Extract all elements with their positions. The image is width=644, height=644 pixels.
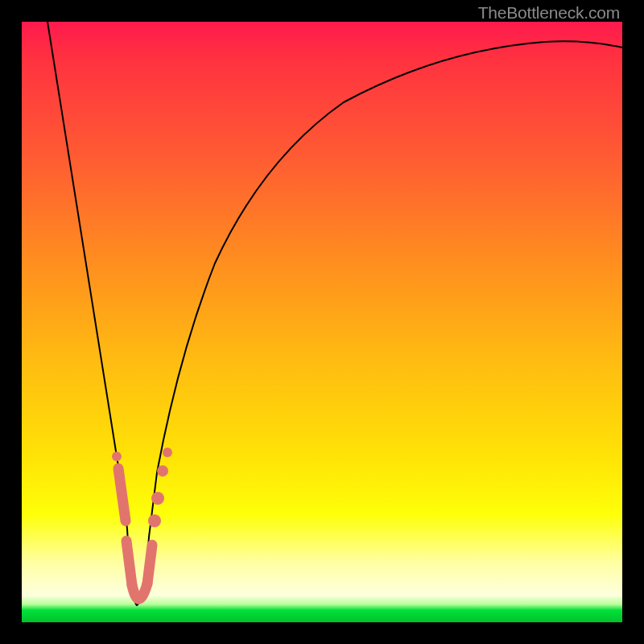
bead-dot [151,492,164,505]
bead-dot [148,514,161,527]
bead-strand-left-lower [126,541,132,585]
curve-overlay [22,22,622,622]
bead-dot [112,452,122,461]
bead-dot [157,465,168,477]
watermark-text: TheBottleneck.com [478,3,620,23]
chart-frame: TheBottleneck.com [0,0,644,644]
bottleneck-curve [47,22,622,605]
bead-strand-right-lower [147,545,152,584]
bead-strand-left [118,469,126,521]
bead-dot [163,448,172,457]
